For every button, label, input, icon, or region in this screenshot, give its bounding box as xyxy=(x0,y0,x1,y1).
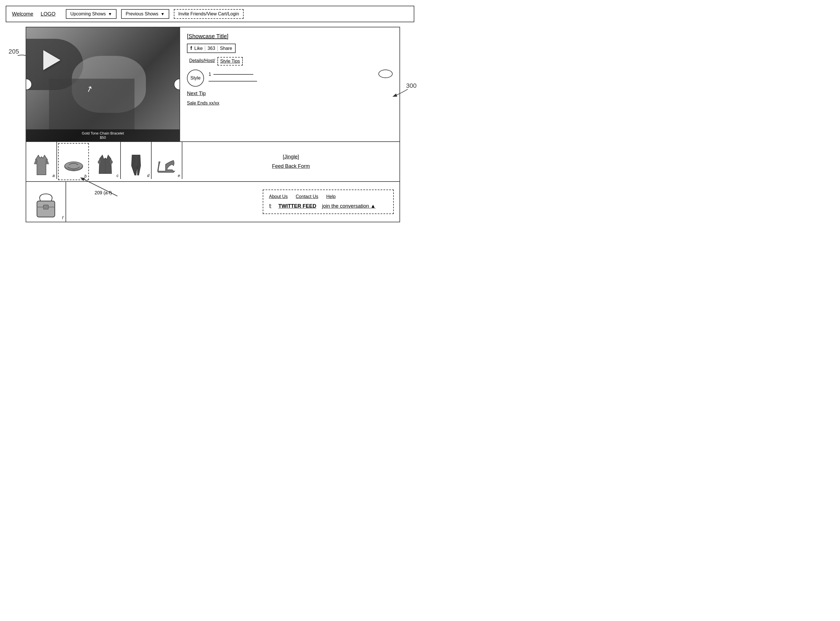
upcoming-shows-button[interactable]: Upcoming Shows ▼ xyxy=(66,9,117,19)
welcome-link[interactable]: Welcome xyxy=(12,11,33,17)
header: Welcome LOGO Upcoming Shows ▼ Previous S… xyxy=(6,6,414,22)
top-section: ↗ Gold Tone Chain Bracelet $50 [Showcase… xyxy=(26,27,400,142)
upcoming-shows-arrow-icon: ▼ xyxy=(108,12,112,16)
fb-like-label[interactable]: Like xyxy=(194,46,203,51)
sale-ends: Sale Ends xx/xx xyxy=(187,101,393,106)
previous-shows-button[interactable]: Previous Shows ▼ xyxy=(121,9,169,19)
svg-rect-6 xyxy=(43,205,48,209)
join-conversation-label: join the conversation xyxy=(322,203,369,209)
footer-box: About Us Contact Us Help 𝕥 TWITTER FEED … xyxy=(263,189,394,214)
fb-icon: f xyxy=(190,45,192,51)
tab-style-tips[interactable]: Style Tips xyxy=(217,57,243,65)
thumbnail-f-label: f xyxy=(62,215,63,220)
upcoming-shows-label: Upcoming Shows xyxy=(70,11,106,17)
logo-link[interactable]: LOGO xyxy=(41,11,56,17)
product-icon-d xyxy=(126,154,147,178)
thumbnail-c[interactable]: c xyxy=(90,142,121,179)
style-right-oval xyxy=(378,70,393,78)
product-icon-c xyxy=(95,154,116,178)
annotation-209-arrow xyxy=(77,176,129,199)
product-icon-b xyxy=(63,154,84,179)
style-number: 1 xyxy=(209,72,211,77)
contact-us-link[interactable]: Contact Us xyxy=(296,194,318,199)
video-panel[interactable]: ↗ Gold Tone Chain Bracelet $50 xyxy=(26,27,180,141)
fb-like-bar[interactable]: f Like 363 Share xyxy=(187,44,236,53)
feedback-form-button[interactable]: Feed Back Form xyxy=(272,163,310,169)
invite-friends-button[interactable]: Invite Friends/View Cart/Login xyxy=(174,9,244,19)
video-caption-product: Gold Tone Chain Bracelet xyxy=(28,131,178,135)
style-line-1: 1 xyxy=(209,72,257,77)
page: 205 300 Welcome LOGO Upcoming Shows ▼ Pr… xyxy=(0,0,420,310)
fb-share-label[interactable]: Share xyxy=(220,46,232,51)
play-button[interactable] xyxy=(43,50,61,70)
style-circle[interactable]: Style xyxy=(187,70,204,86)
thumbnail-e[interactable]: e xyxy=(151,142,182,179)
footer-twitter-row: 𝕥 TWITTER FEED join the conversation ▲ xyxy=(269,203,387,209)
thumbnail-e-label: e xyxy=(178,173,180,178)
invite-friends-label: Invite Friends/View Cart/Login xyxy=(179,11,239,16)
thumbnail-d[interactable]: d xyxy=(121,142,151,179)
fb-divider xyxy=(205,45,205,51)
style-underline-2 xyxy=(209,81,257,82)
bottom-row: f 209 (a-f) About Us Contact Us Help xyxy=(26,182,400,222)
info-panel: [Showcase Title] f Like 363 Share Detail… xyxy=(180,27,400,141)
twitter-feed-label: TWITTER FEED xyxy=(278,203,316,209)
video-caption-price: $50 xyxy=(28,135,178,139)
thumbnail-d-label: d xyxy=(147,173,149,178)
thumbnail-b[interactable]: b xyxy=(58,143,89,180)
thumbnails-info-panel: [Jingle] Feed Back Form xyxy=(182,142,400,181)
join-arrow-icon: ▲ xyxy=(371,203,375,209)
showcase-title: [Showcase Title] xyxy=(187,33,393,39)
about-us-link[interactable]: About Us xyxy=(269,194,288,199)
style-lines: 1 xyxy=(209,70,257,82)
thumbnail-a-label: a xyxy=(52,173,55,178)
fb-count: 363 xyxy=(207,46,215,51)
style-section: Style 1 xyxy=(187,70,393,86)
style-label: Style xyxy=(190,76,201,81)
product-icon-a xyxy=(31,154,52,178)
twitter-icon: 𝕥 xyxy=(269,203,272,209)
product-icon-f xyxy=(33,192,59,221)
next-tip-button[interactable]: Next Tip xyxy=(187,91,393,97)
details-tabs: Details/Host/ Style Tips xyxy=(187,57,393,65)
footer-links-row: About Us Contact Us Help xyxy=(269,194,387,199)
video-caption: Gold Tone Chain Bracelet $50 xyxy=(26,129,180,141)
tab-details-host[interactable]: Details/Host/ xyxy=(187,57,217,65)
style-underline-1 xyxy=(213,74,253,75)
jingle-button[interactable]: [Jingle] xyxy=(283,154,299,160)
thumbnail-f[interactable]: f xyxy=(26,182,66,222)
annotation-area: 209 (a-f) About Us Contact Us Help 𝕥 TWI… xyxy=(66,182,400,222)
previous-shows-label: Previous Shows xyxy=(126,11,159,17)
previous-shows-arrow-icon: ▼ xyxy=(161,12,165,16)
annotation-209-label: 209 (a-f) xyxy=(95,190,112,195)
help-link[interactable]: Help xyxy=(326,194,336,199)
thumbnails-row: a b c xyxy=(26,142,400,182)
thumbnail-a[interactable]: a xyxy=(26,142,57,179)
fb-divider-2 xyxy=(217,45,218,51)
main-content: ↗ Gold Tone Chain Bracelet $50 [Showcase… xyxy=(26,27,400,222)
product-icon-e xyxy=(156,154,177,178)
join-conversation-link[interactable]: join the conversation ▲ xyxy=(322,203,375,209)
